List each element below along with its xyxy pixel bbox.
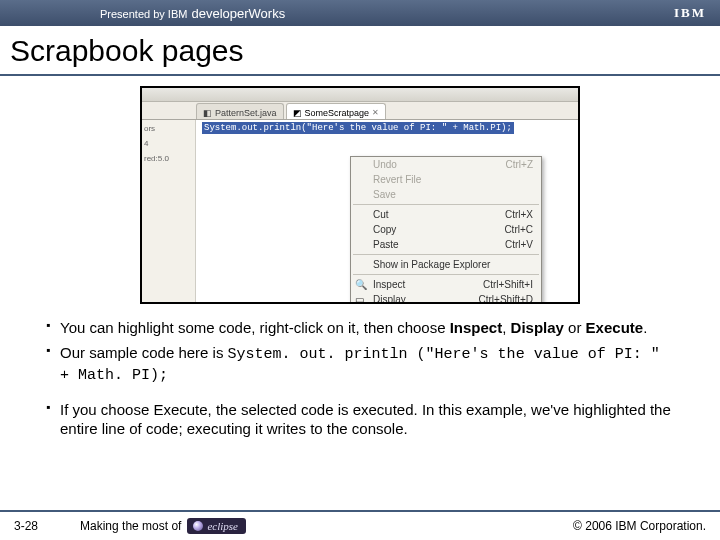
menu-showin[interactable]: Show in Package Explorer — [351, 257, 541, 272]
header-left: Presented by IBM developerWorks — [100, 6, 285, 21]
presented-by: Presented by IBM — [100, 8, 187, 20]
tab-patternset[interactable]: ◧ PatternSet.java — [196, 103, 284, 119]
code-editor[interactable]: System.out.println("Here's the value of … — [196, 120, 578, 302]
tab-label: SomeScratpage — [305, 108, 370, 118]
menu-separator — [353, 274, 539, 275]
menu-shortcut: Ctrl+V — [505, 239, 533, 250]
footer: 3-28 Making the most of eclipse © 2006 I… — [0, 510, 720, 540]
inspect-icon: 🔍 — [355, 279, 367, 291]
menu-inspect[interactable]: 🔍 Inspect Ctrl+Shift+I — [351, 277, 541, 292]
highlighted-code: System.out.println("Here's the value of … — [202, 122, 514, 134]
close-icon[interactable]: ✕ — [372, 108, 379, 117]
menu-shortcut: Ctrl+X — [505, 209, 533, 220]
header-bar: Presented by IBM developerWorks IBM — [0, 0, 720, 26]
tab-label: PatternSet.java — [215, 108, 277, 118]
page-title: Scrapbook pages — [0, 26, 720, 74]
java-file-icon: ◧ — [203, 108, 212, 118]
screenshot-container: ◧ PatternSet.java ◩ SomeScratpage ✕ ors … — [0, 86, 720, 304]
tab-scrapbook[interactable]: ◩ SomeScratpage ✕ — [286, 103, 387, 119]
menu-separator — [353, 204, 539, 205]
menu-copy[interactable]: Copy Ctrl+C — [351, 222, 541, 237]
bullet-1: You can highlight some code, right-click… — [46, 318, 676, 337]
menu-shortcut: Ctrl+Shift+D — [479, 294, 533, 304]
menu-undo[interactable]: Undo Ctrl+Z — [351, 157, 541, 172]
eclipse-screenshot: ◧ PatternSet.java ◩ SomeScratpage ✕ ors … — [140, 86, 580, 304]
menu-label: Paste — [373, 239, 399, 250]
menu-label: Undo — [373, 159, 397, 170]
bullet-3: If you choose Execute, the selected code… — [46, 400, 676, 438]
eclipse-logo: eclipse — [187, 518, 246, 534]
footer-tagline: Making the most of eclipse — [80, 518, 246, 534]
gutter-item: ors — [144, 124, 193, 133]
menu-label: Show in Package Explorer — [373, 259, 490, 270]
menu-revert[interactable]: Revert File — [351, 172, 541, 187]
menu-shortcut: Ctrl+C — [504, 224, 533, 235]
eclipse-orb-icon — [193, 521, 203, 531]
gutter-item: red:5.0 — [144, 154, 193, 163]
title-underline — [0, 74, 720, 76]
menu-shortcut: Ctrl+Z — [506, 159, 534, 170]
slide-number: 3-28 — [14, 519, 38, 533]
context-menu: Undo Ctrl+Z Revert File Save Cut Ctrl+X — [350, 156, 542, 304]
menu-shortcut: Ctrl+Shift+I — [483, 279, 533, 290]
menu-paste[interactable]: Paste Ctrl+V — [351, 237, 541, 252]
menu-label: Inspect — [373, 279, 405, 290]
menu-display[interactable]: ▭ Display Ctrl+Shift+D — [351, 292, 541, 304]
outline-gutter: ors 4 red:5.0 — [142, 120, 196, 302]
menu-label: Display — [373, 294, 406, 304]
menu-label: Revert File — [373, 174, 421, 185]
copyright: © 2006 IBM Corporation. — [573, 519, 706, 533]
editor-tabs: ◧ PatternSet.java ◩ SomeScratpage ✕ — [142, 102, 578, 120]
menu-separator — [353, 254, 539, 255]
developerworks-label: developerWorks — [191, 6, 285, 21]
display-icon: ▭ — [355, 294, 367, 305]
scrapbook-icon: ◩ — [293, 108, 302, 118]
menu-label: Cut — [373, 209, 389, 220]
menu-label: Save — [373, 189, 396, 200]
bullet-2: Our sample code here is System. out. pri… — [46, 343, 676, 385]
editor-toolbar — [142, 88, 578, 102]
menu-cut[interactable]: Cut Ctrl+X — [351, 207, 541, 222]
gutter-item: 4 — [144, 139, 193, 148]
menu-label: Copy — [373, 224, 396, 235]
bullet-list: You can highlight some code, right-click… — [0, 318, 720, 438]
ibm-logo: IBM — [674, 5, 706, 21]
menu-save[interactable]: Save — [351, 187, 541, 202]
editor-body: ors 4 red:5.0 System.out.println("Here's… — [142, 120, 578, 302]
